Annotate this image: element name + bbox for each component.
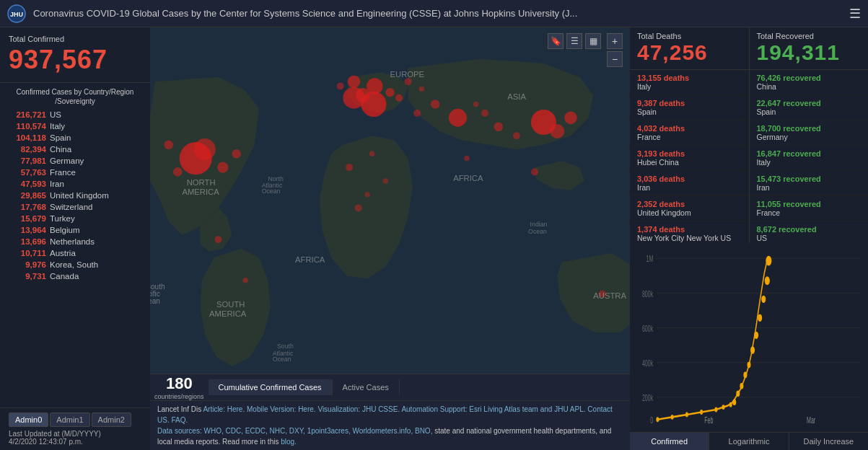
svg-point-85: [736, 390, 740, 397]
list-item[interactable]: 82,394China: [0, 144, 150, 155]
list-item[interactable]: 216,721US: [0, 109, 150, 120]
deaths-count: 13,155 deaths: [637, 74, 742, 82]
list-item[interactable]: 9,731Canada: [0, 270, 150, 282]
mobile-here-link[interactable]: Here: [298, 405, 314, 413]
list-item[interactable]: 15,679Turkey: [0, 213, 150, 224]
list-item: 22,647 recoveredSpain: [750, 95, 869, 120]
list-item[interactable]: 110,574Italy: [0, 120, 150, 132]
country-count: 110,574: [9, 122, 46, 131]
svg-point-90: [754, 332, 758, 339]
last-updated-value: 4/2/2020 12:43:07 p.m.: [9, 438, 141, 446]
tab-active[interactable]: Active Cases: [333, 379, 400, 395]
menu-icon[interactable]: ☰: [849, 6, 861, 22]
country-count: 9,731: [9, 272, 46, 281]
svg-text:Ocean: Ocean: [150, 297, 160, 305]
list-item[interactable]: 17,768Switzerland: [0, 201, 150, 213]
total-confirmed-count: 937,567: [9, 45, 141, 75]
list-item[interactable]: 9,976Korea, South: [0, 259, 150, 270]
last-updated-section: Last Updated at (M/D/YYYY) 4/2/2020 12:4…: [9, 430, 141, 446]
svg-point-80: [700, 410, 703, 415]
admin-tab-2[interactable]: Admin2: [92, 412, 131, 427]
country-name: France: [50, 168, 76, 177]
list-item[interactable]: 13,964Belgium: [0, 224, 150, 236]
list-icon[interactable]: ☰: [566, 33, 582, 49]
jhu-apl-link[interactable]: JHU APL: [554, 405, 584, 413]
svg-point-79: [685, 412, 688, 417]
deaths-total-count: 47,256: [637, 40, 742, 65]
bookmark-icon[interactable]: 🔖: [548, 33, 564, 49]
sources-link[interactable]: WHO, CDC, ECDC, NHC, DXY, 1point3acres, …: [203, 427, 432, 435]
map-tabs: 180 countries/regions Cumulative Confirm…: [150, 374, 630, 400]
list-item[interactable]: 29,865United Kingdom: [0, 190, 150, 201]
svg-point-81: [714, 407, 717, 412]
country-count: 13,964: [9, 226, 46, 234]
tab-cumulative[interactable]: Cumulative Confirmed Cases: [209, 379, 333, 395]
list-item[interactable]: 47,593Iran: [0, 178, 150, 190]
deaths-count: 3,193 deaths: [637, 149, 742, 158]
svg-text:400k: 400k: [642, 358, 653, 368]
chart-btn-daily-increase[interactable]: Daily Increase: [789, 433, 868, 450]
list-item: 76,426 recoveredChina: [750, 70, 869, 95]
list-item[interactable]: 10,711Austria: [0, 247, 150, 259]
svg-point-32: [364, 192, 370, 198]
country-name: Switzerland: [50, 203, 92, 211]
country-count: 82,394: [9, 145, 46, 154]
list-item[interactable]: 13,696Netherlands: [0, 236, 150, 247]
recovered-count: 15,473 recovered: [757, 175, 862, 183]
map-area[interactable]: NORTH AMERICA SOUTH AMERICA AFRICA ASIA …: [150, 27, 630, 450]
svg-point-26: [369, 151, 375, 157]
zoom-in-button[interactable]: +: [607, 33, 623, 49]
blog-link[interactable]: blog: [281, 438, 294, 446]
visualization-label: Visualization:: [317, 405, 362, 413]
jhu-csse-link[interactable]: JHU CSSE: [362, 405, 398, 413]
recovered-count: 16,847 recovered: [757, 149, 862, 158]
deaths-country: France: [637, 133, 742, 141]
chart-btn-confirmed[interactable]: Confirmed: [630, 433, 709, 450]
recovered-country: US: [757, 234, 862, 242]
country-count: 10,711: [9, 249, 46, 257]
article-here-link[interactable]: Here: [227, 405, 243, 413]
countries-count-area: 180 countries/regions: [150, 374, 209, 400]
svg-point-8: [550, 124, 564, 138]
zoom-out-button[interactable]: −: [607, 51, 623, 67]
svg-point-19: [494, 123, 504, 132]
recovered-country: Spain: [757, 107, 862, 116]
and-label: and: [540, 405, 554, 413]
deaths-count: 2,352 deaths: [637, 200, 742, 208]
country-list-wrapper: 216,721US110,574Italy104,118Spain82,394C…: [0, 107, 150, 407]
svg-text:800k: 800k: [642, 289, 653, 299]
country-list[interactable]: 216,721US110,574Italy104,118Spain82,394C…: [0, 107, 150, 407]
chart-btn-logarithmic[interactable]: Logarithmic: [709, 433, 789, 450]
list-item: 13,155 deathsItaly: [630, 70, 749, 95]
country-count: 29,865: [9, 191, 46, 200]
admin-tab-0[interactable]: Admin0: [9, 412, 48, 427]
deaths-count: 9,387 deaths: [637, 99, 742, 107]
countries-regions-label: countries/regions: [154, 393, 204, 400]
list-item: 9,387 deathsSpain: [630, 95, 749, 120]
esri-team-link[interactable]: Esri Living Atlas team: [469, 405, 538, 413]
admin-tab-1[interactable]: Admin1: [50, 412, 89, 427]
svg-point-22: [173, 167, 183, 177]
svg-point-18: [337, 82, 344, 89]
grid-icon[interactable]: ▦: [585, 33, 601, 49]
faq-link[interactable]: FAQ: [171, 416, 185, 424]
svg-point-84: [732, 399, 736, 405]
jhu-logo: JHU: [7, 4, 26, 23]
deaths-list[interactable]: 13,155 deathsItaly9,387 deathsSpain4,032…: [630, 70, 750, 243]
svg-point-12: [348, 75, 361, 88]
svg-point-31: [355, 204, 362, 211]
deaths-count: 4,032 deaths: [637, 124, 742, 133]
list-item[interactable]: 57,763France: [0, 167, 150, 178]
list-item[interactable]: 77,981Germany: [0, 155, 150, 167]
recovered-list[interactable]: 76,426 recoveredChina22,647 recoveredSpa…: [750, 70, 869, 243]
list-item: 11,055 recoveredFrance: [750, 196, 869, 221]
list-item[interactable]: 104,118Spain: [0, 132, 150, 144]
country-count: 9,976: [9, 260, 46, 269]
deaths-country: New York City New York US: [637, 234, 742, 242]
svg-text:ASIA: ASIA: [507, 92, 526, 101]
sidebar-footer: Admin0Admin1Admin2 Last Updated at (M/D/…: [0, 407, 150, 450]
chart-panel: 1M 800k 600k 400k 200k 0 Feb Mar: [630, 243, 868, 450]
svg-text:Indian: Indian: [530, 221, 548, 228]
svg-text:1M: 1M: [646, 254, 653, 263]
last-updated-label: Last Updated at (M/D/YYYY): [9, 430, 141, 438]
